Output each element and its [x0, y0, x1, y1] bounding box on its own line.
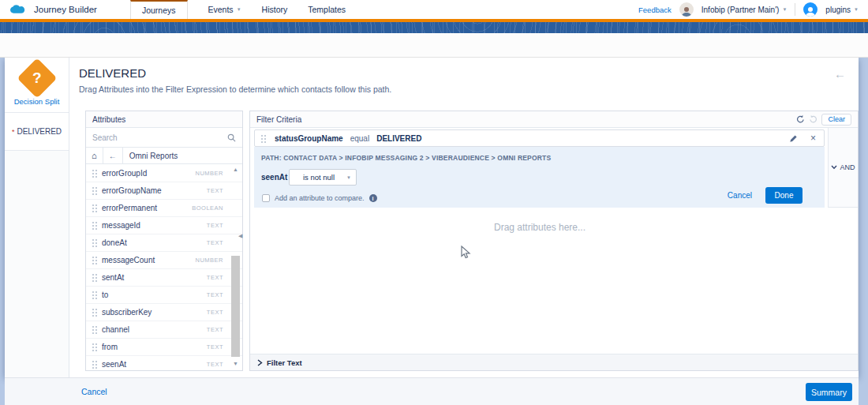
attribute-row[interactable]: channel TEXT	[86, 321, 242, 339]
rule-operator: equal	[350, 134, 369, 143]
decision-split-modal: ? Decision Split * DELIVERED DELIVERED D…	[5, 58, 859, 377]
filter-redo-icon[interactable]	[809, 114, 817, 125]
panel-collapse-icon[interactable]: ◀	[238, 233, 242, 239]
attribute-row[interactable]: errorGroupId NUMBER	[86, 165, 242, 182]
drag-handle-icon	[92, 204, 97, 212]
mouse-cursor	[461, 246, 471, 263]
cloud-logo-icon	[8, 3, 28, 16]
chevron-down-icon: ▼	[237, 7, 241, 12]
search-icon	[227, 133, 236, 142]
filter-text-toggle[interactable]: Filter Text	[250, 354, 858, 370]
search-input[interactable]	[92, 133, 227, 142]
drag-handle-icon	[92, 325, 97, 334]
attribute-type: NUMBER	[195, 170, 223, 177]
attribute-row[interactable]: doneAt TEXT	[86, 234, 242, 252]
attribute-type: BOOLEAN	[192, 204, 223, 212]
tab-journeys[interactable]: Journeys	[130, 0, 188, 19]
and-conjunction-dropdown[interactable]: AND	[828, 128, 858, 208]
journey-header	[0, 33, 868, 58]
top-nav: Journey Builder Journeys Events▼ History…	[0, 0, 868, 19]
app-logo[interactable]: Journey Builder	[8, 3, 97, 16]
drag-handle-icon	[92, 343, 97, 351]
required-marker: *	[12, 128, 15, 136]
clear-button[interactable]: Clear	[821, 114, 851, 126]
sidebar-item-delivered[interactable]: * DELIVERED	[5, 113, 69, 151]
chevron-right-icon	[257, 359, 263, 366]
drop-zone-hint: Drag attributes here...	[250, 222, 829, 233]
info-icon[interactable]: i	[369, 194, 377, 202]
plugins-menu[interactable]: plugins▼	[825, 6, 859, 14]
tab-history[interactable]: History	[262, 0, 288, 19]
decision-split-tool[interactable]: ? Decision Split	[5, 58, 69, 113]
tab-events[interactable]: Events▼	[208, 0, 241, 19]
attributes-breadcrumb: ⌂ ← Omni Reports	[86, 148, 242, 164]
page-title: DELIVERED	[79, 66, 146, 80]
editor-done-button[interactable]: Done	[765, 187, 803, 204]
tab-templates[interactable]: Templates	[308, 0, 346, 19]
editor-cancel-link[interactable]: Cancel	[728, 191, 752, 200]
edit-rule-pencil-icon[interactable]	[789, 134, 798, 143]
attribute-name: seenAt	[102, 360, 207, 369]
user-icon[interactable]	[803, 2, 817, 17]
attributes-panel: Attributes ⌂ ← Omni Reports errorGroupId…	[85, 111, 243, 371]
feedback-link[interactable]: Feedback	[638, 6, 672, 14]
attribute-name: errorGroupName	[102, 186, 207, 195]
attribute-name: channel	[102, 325, 207, 334]
drag-handle-icon	[92, 291, 97, 299]
attribute-row[interactable]: messageCount NUMBER	[86, 252, 242, 269]
attribute-name: messageId	[102, 221, 207, 230]
account-menu[interactable]: Infobip (Partner Main')▼	[702, 6, 788, 14]
app-title: Journey Builder	[34, 5, 97, 14]
filter-criteria-panel: Filter Criteria Clear AND statusGroupNam…	[249, 111, 859, 371]
scrollbar-thumb[interactable]	[231, 256, 240, 357]
home-icon[interactable]: ⌂	[86, 148, 103, 163]
attribute-name: from	[102, 343, 207, 351]
attribute-type: TEXT	[207, 361, 223, 368]
drag-handle-icon	[92, 308, 97, 317]
attribute-type: TEXT	[207, 239, 223, 246]
breadcrumb-back-icon[interactable]: ←	[103, 148, 123, 163]
modal-footer: Cancel Summary	[5, 377, 859, 405]
attribute-search	[86, 128, 242, 148]
attribute-type: TEXT	[207, 309, 223, 316]
cancel-button[interactable]: Cancel	[81, 387, 107, 396]
summary-button[interactable]: Summary	[806, 383, 852, 401]
attribute-row[interactable]: subscriberKey TEXT	[86, 304, 242, 321]
attribute-row[interactable]: sentAt TEXT	[86, 269, 242, 287]
compare-checkbox[interactable]	[262, 194, 270, 202]
decision-split-label: Decision Split	[5, 97, 69, 106]
attribute-row[interactable]: seenAt TEXT	[86, 356, 242, 369]
attributes-header: Attributes	[86, 111, 242, 128]
drag-handle-icon	[92, 273, 97, 282]
filter-rule-row[interactable]: statusGroupName equal DELIVERED ×	[254, 129, 825, 147]
drag-handle-icon	[92, 360, 97, 369]
page-subtitle: Drag Attributes into the Filter Expressi…	[79, 84, 391, 94]
compare-label: Add an attribute to compare.	[275, 194, 365, 202]
operator-select[interactable]: is not null ▼	[289, 169, 357, 186]
back-arrow-icon[interactable]: ←	[834, 67, 846, 81]
canvas-pattern-band	[0, 22, 868, 33]
attribute-name: errorGroupId	[102, 169, 195, 178]
attribute-row[interactable]: errorGroupName TEXT	[86, 182, 242, 200]
drag-handle-icon[interactable]	[260, 134, 266, 143]
drag-handle-icon	[92, 186, 97, 195]
drag-handle-icon	[92, 256, 97, 264]
avatar[interactable]	[679, 2, 694, 17]
attribute-row[interactable]: to TEXT	[86, 287, 242, 304]
rule-editor: PATH: CONTACT DATA > INFOBIP MESSAGING 2…	[254, 147, 825, 208]
scroll-down-icon[interactable]: ▼	[230, 359, 241, 369]
editor-attribute-label: seenAt	[261, 173, 287, 182]
attribute-row[interactable]: errorPermanent BOOLEAN	[86, 200, 242, 217]
rule-attribute: statusGroupName	[275, 134, 343, 143]
filter-undo-icon[interactable]	[796, 114, 805, 125]
attribute-name: errorPermanent	[102, 204, 192, 212]
attribute-row[interactable]: messageId TEXT	[86, 217, 242, 234]
remove-rule-icon[interactable]: ×	[810, 133, 816, 144]
attribute-row[interactable]: from TEXT	[86, 339, 242, 356]
attributes-list: errorGroupId NUMBER errorGroupName TEXT …	[86, 165, 242, 369]
scroll-up-icon[interactable]: ▲	[230, 165, 241, 174]
chevron-down-icon: ▼	[346, 175, 351, 180]
drag-handle-icon	[92, 238, 97, 247]
attribute-name: subscriberKey	[102, 308, 207, 317]
attribute-name: messageCount	[102, 256, 195, 264]
